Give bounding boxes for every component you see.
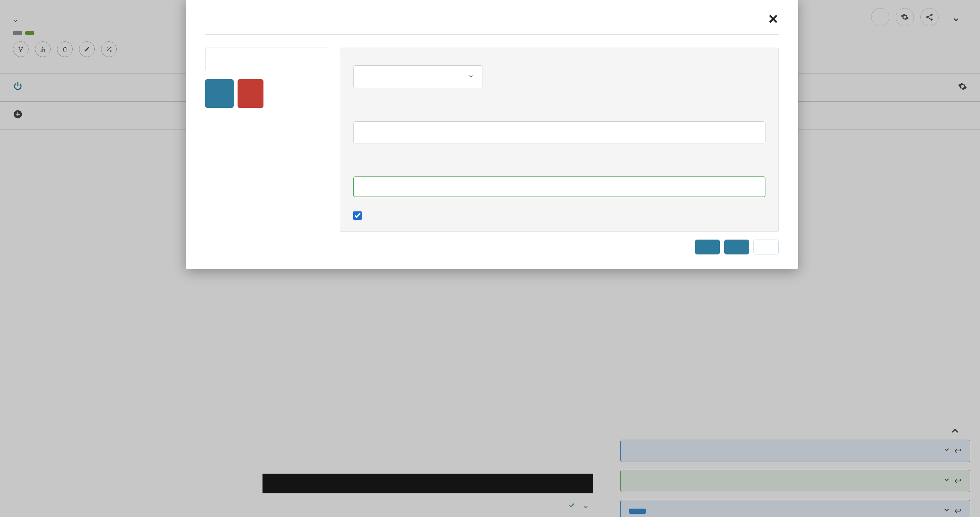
remove-integration-button[interactable] [237,79,264,108]
add-integration-button[interactable] [205,79,234,108]
output-file-input[interactable] [353,176,765,197]
enabled-checkbox[interactable] [353,211,362,220]
gen-api-select[interactable] [353,65,483,88]
save-options-button[interactable] [724,239,749,254]
save-and-execute-button[interactable] [695,239,720,254]
cancel-button[interactable] [754,239,779,254]
output-folder-input[interactable] [353,121,765,143]
manage-integrations-modal: ✕ [186,0,798,269]
output-file-help [353,158,765,171]
close-button[interactable]: ✕ [768,12,779,27]
integration-search-input[interactable] [205,48,328,70]
chevron-down-icon [448,71,474,82]
output-folder-help [353,102,765,116]
